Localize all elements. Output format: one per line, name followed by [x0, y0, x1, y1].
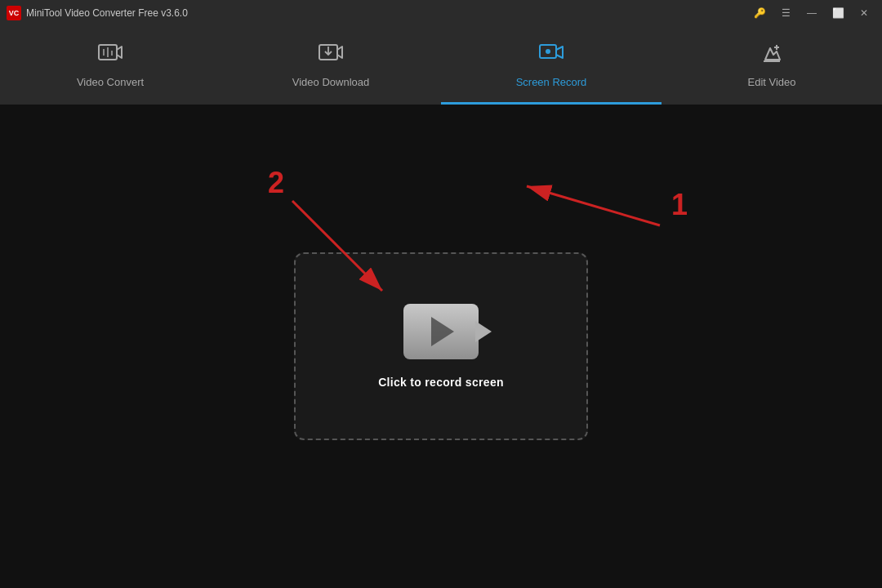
video-download-icon — [318, 40, 344, 69]
nav-bar: Video Convert Video Download Screen Reco… — [0, 26, 882, 105]
restore-button[interactable]: ⬜ — [826, 5, 849, 21]
minimize-button[interactable]: — — [800, 5, 823, 21]
title-left: VC MiniTool Video Converter Free v3.6.0 — [7, 6, 188, 20]
camera-lens-icon — [475, 321, 492, 342]
key-icon[interactable]: 🔑 — [748, 5, 771, 21]
tab-edit-video[interactable]: Edit Video — [662, 26, 882, 105]
tab-screen-record[interactable]: Screen Record — [441, 26, 662, 105]
svg-point-7 — [546, 49, 550, 54]
app-title: MiniTool Video Converter Free v3.6.0 — [26, 7, 188, 19]
tab-video-download-label: Video Download — [292, 76, 369, 88]
tab-video-download[interactable]: Video Download — [220, 26, 441, 105]
close-button[interactable]: ✕ — [853, 5, 875, 21]
tab-video-convert-label: Video Convert — [77, 76, 144, 88]
window-controls: 🔑 ☰ — ⬜ ✕ — [748, 5, 875, 21]
tab-screen-record-label: Screen Record — [516, 76, 587, 88]
menu-icon[interactable]: ☰ — [774, 5, 797, 21]
app-logo: VC — [7, 6, 21, 20]
record-screen-label: Click to record screen — [378, 376, 504, 389]
play-icon — [431, 317, 454, 346]
tab-video-convert[interactable]: Video Convert — [0, 26, 220, 105]
main-content: Click to record screen — [0, 105, 882, 588]
title-bar: VC MiniTool Video Converter Free v3.6.0 … — [0, 0, 882, 26]
video-convert-icon — [97, 40, 123, 69]
edit-video-icon — [759, 40, 785, 69]
record-area[interactable]: Click to record screen — [294, 252, 588, 440]
tab-edit-video-label: Edit Video — [747, 76, 795, 88]
screen-record-icon — [538, 40, 564, 69]
